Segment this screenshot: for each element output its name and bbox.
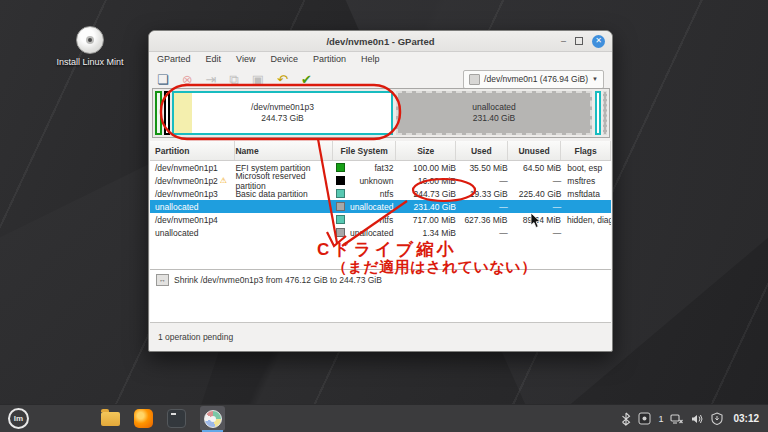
partition-segment-p2[interactable] (164, 91, 170, 135)
menu-partition[interactable]: Partition (313, 54, 346, 64)
partition-bar: /dev/nvme0n1p3 244.73 GiB unallocated 23… (152, 88, 610, 138)
used-space-indicator (174, 93, 192, 133)
clock: 03:12 (733, 413, 759, 424)
delete-button: ⊗ (182, 73, 193, 86)
partition-cell: /dev/nvme0n1p3 (155, 189, 218, 199)
tray-count: 1 (658, 414, 663, 424)
disk-icon (469, 74, 480, 85)
unused-cell: — (508, 176, 562, 186)
unused-cell: 225.40 GiB (508, 189, 562, 199)
partition-cell: /dev/nvme0n1p4 (155, 215, 218, 225)
window-title: /dev/nvme0n1 - GParted (149, 36, 612, 47)
device-selector-label: /dev/nvme0n1 (476.94 GiB) (484, 74, 588, 84)
warning-icon: ⚠ (220, 176, 227, 185)
resize-move-button: ⇥ (206, 73, 217, 86)
menubar: GPartedEditViewDevicePartitionHelp (149, 52, 612, 66)
column-header-used[interactable]: Used (456, 141, 508, 160)
volume-icon[interactable] (691, 413, 704, 425)
column-header-file-system[interactable]: File System (333, 141, 397, 160)
desktop: Install Linux Mint /dev/nvme0n1 - GParte… (0, 0, 768, 432)
filesystem-color-swatch (336, 189, 345, 198)
unused-cell: 64.50 MiB (508, 163, 562, 173)
titlebar[interactable]: /dev/nvme0n1 - GParted – ✕ (149, 31, 612, 52)
partition-segment-unallocated-2[interactable] (603, 91, 607, 135)
unused-cell: — (508, 202, 562, 212)
device-selector[interactable]: /dev/nvme0n1 (476.94 GiB) ▼ (463, 70, 604, 89)
pending-operations-pane: ↔ Shrink /dev/nvme0n1p3 from 476.12 GiB … (150, 269, 611, 324)
column-header-partition[interactable]: Partition (150, 141, 235, 160)
gparted-taskbar-button[interactable] (200, 406, 225, 431)
flags-cell: hidden, diag (561, 215, 611, 225)
files-launcher-icon[interactable] (101, 412, 120, 426)
column-header-name[interactable]: Name (235, 141, 332, 160)
desktop-icon-install-linux-mint[interactable]: Install Linux Mint (42, 26, 138, 67)
close-button[interactable]: ✕ (592, 35, 605, 48)
flags-cell: boot, esp (561, 163, 611, 173)
undo-button[interactable]: ↶ (277, 73, 288, 86)
filesystem-color-swatch (336, 176, 345, 185)
partition-segment-p1[interactable] (155, 91, 162, 135)
menu-button[interactable]: lm (8, 408, 29, 429)
partition-segment-unallocated[interactable]: unallocated 231.40 GiB (396, 91, 592, 135)
used-cell: 19.33 GiB (456, 189, 508, 199)
filesystem-cell: unallocated (345, 202, 394, 212)
copy-button: ⧉ (229, 73, 238, 86)
update-manager-icon[interactable] (711, 412, 723, 425)
filesystem-color-swatch (336, 163, 345, 172)
menu-gparted[interactable]: GParted (157, 54, 191, 64)
table-row[interactable]: unallocated⚠ unallocated 231.40 GiB — — (150, 200, 611, 213)
menu-device[interactable]: Device (270, 54, 298, 64)
partition-segment-p3[interactable]: /dev/nvme0n1p3 244.73 GiB (172, 91, 393, 135)
flags-cell: msftdata (561, 189, 611, 199)
maximize-button[interactable] (575, 37, 583, 45)
size-cell: 100.00 MiB (396, 163, 456, 173)
apply-button[interactable]: ✔ (301, 73, 312, 86)
gparted-icon (204, 410, 222, 428)
unused-cell: — (508, 228, 562, 238)
column-header-flags[interactable]: Flags (561, 141, 611, 160)
statusbar: 1 operation pending (150, 322, 611, 350)
paste-button: ▣ (252, 73, 264, 86)
used-cell: — (456, 202, 508, 212)
size-cell: 717.00 MiB (396, 215, 456, 225)
filesystem-cell: ntfs (345, 189, 394, 199)
table-header[interactable]: PartitionNameFile SystemSizeUsedUnusedFl… (150, 141, 611, 161)
bluetooth-icon[interactable] (621, 412, 631, 426)
column-header-size[interactable]: Size (396, 141, 456, 160)
tray-app-icon[interactable] (638, 412, 651, 425)
partition-cell: /dev/nvme0n1p1 (155, 163, 218, 173)
status-text: 1 operation pending (158, 332, 233, 342)
mouse-cursor (530, 213, 542, 229)
menu-help[interactable]: Help (361, 54, 380, 64)
name-cell: Microsoft reserved partition (235, 171, 332, 191)
new-partition-button[interactable]: ❏ (157, 73, 169, 86)
partition-segment-label: /dev/nvme0n1p3 (251, 102, 314, 113)
table-row[interactable]: /dev/nvme0n1p3⚠ Basic data partition ntf… (150, 187, 611, 200)
menu-edit[interactable]: Edit (206, 54, 222, 64)
network-disconnected-icon[interactable] (670, 413, 684, 425)
partition-cell: unallocated (155, 228, 198, 238)
mint-logo: lm (14, 414, 23, 423)
terminal-launcher-icon[interactable] (167, 409, 186, 428)
filesystem-cell: unallocated (345, 228, 394, 238)
partition-segment-size: 231.40 GiB (473, 113, 516, 124)
resize-operation-icon: ↔ (156, 274, 169, 286)
partition-segment-p4[interactable] (595, 91, 601, 135)
table-row[interactable]: /dev/nvme0n1p2⚠ Microsoft reserved parti… (150, 174, 611, 187)
firefox-launcher-icon[interactable] (134, 409, 153, 428)
filesystem-color-swatch (336, 202, 345, 211)
used-cell: — (456, 176, 508, 186)
partition-segment-label: unallocated (472, 102, 515, 113)
size-cell: 1.34 MiB (396, 228, 456, 238)
desktop-icon-label: Install Linux Mint (42, 57, 138, 67)
size-cell: 244.73 GiB (396, 189, 456, 199)
size-cell: 16.00 MiB (396, 176, 456, 186)
partition-segment-size: 244.73 GiB (261, 113, 304, 124)
name-cell: Basic data partition (235, 189, 332, 199)
filesystem-cell: ntfs (345, 215, 394, 225)
minimize-button[interactable]: – (561, 37, 566, 46)
menu-view[interactable]: View (236, 54, 255, 64)
column-header-unused[interactable]: Unused (508, 141, 562, 160)
size-cell: 231.40 GiB (396, 202, 456, 212)
table-row[interactable]: /dev/nvme0n1p1⚠ EFI system partition fat… (150, 161, 611, 174)
